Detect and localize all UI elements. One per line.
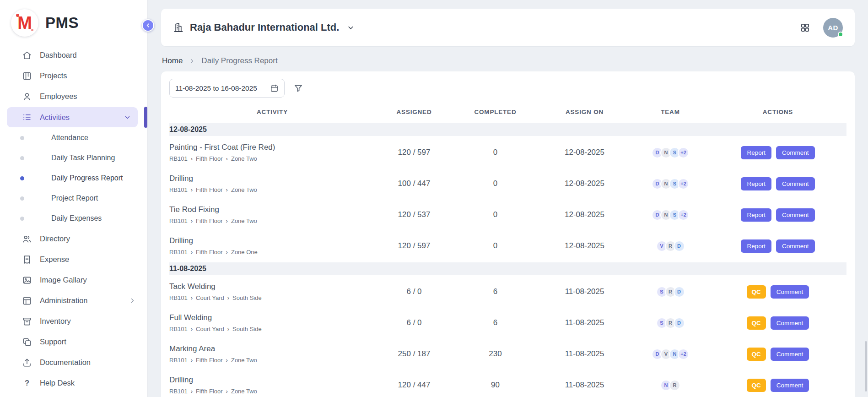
comment-button[interactable]: Comment	[771, 379, 809, 392]
table-row: Painting - First Coat (Fire Red)RB101›Fi…	[169, 137, 846, 168]
team-avatar: D	[674, 240, 685, 252]
qc-button[interactable]: QC	[747, 379, 766, 392]
report-button[interactable]: Report	[741, 208, 771, 222]
activity-name: Drilling	[169, 236, 375, 245]
sidebar-item-help-desk[interactable]: ?Help Desk	[0, 373, 147, 393]
qc-button[interactable]: QC	[747, 316, 766, 330]
scrollbar[interactable]	[865, 341, 867, 392]
location-segment: Zone Two	[231, 186, 257, 193]
sidebar-item-activities[interactable]: Activities	[7, 107, 138, 127]
sidebar-subitem-label: Attendance	[51, 134, 88, 142]
sidebar-item-administration[interactable]: Administration	[0, 290, 147, 311]
activity-name: Tie Rod Fixing	[169, 205, 375, 214]
directory-icon	[22, 234, 32, 244]
date-group-header: 12-08-2025	[169, 123, 846, 136]
chevron-right-icon: ›	[226, 156, 228, 162]
user-avatar[interactable]: AD	[823, 18, 843, 38]
report-button[interactable]: Report	[741, 146, 771, 159]
sidebar-nav: DashboardProjectsEmployeesActivitiesAtte…	[0, 44, 147, 397]
row-actions: QCComment	[709, 348, 846, 361]
comment-button[interactable]: Comment	[771, 285, 809, 299]
breadcrumb-home[interactable]: Home	[162, 56, 183, 65]
comment-button[interactable]: Comment	[776, 208, 815, 222]
location-segment: Fifth Floor	[196, 388, 223, 395]
qc-button[interactable]: QC	[747, 348, 766, 361]
row-actions: ReportComment	[709, 177, 846, 190]
sidebar-item-employees[interactable]: Employees	[0, 86, 147, 107]
row-actions: QCComment	[709, 316, 846, 330]
sidebar-item-dashboard[interactable]: Dashboard	[0, 45, 147, 65]
location-segment: South Side	[232, 326, 262, 332]
breadcrumb-current: Daily Progress Report	[201, 56, 277, 65]
apps-grid-icon[interactable]	[800, 22, 810, 33]
home-icon	[22, 50, 32, 60]
chevron-right-icon: ›	[226, 187, 228, 193]
sidebar-collapse-button[interactable]	[142, 19, 154, 32]
administration-icon	[22, 296, 32, 306]
activity-location: RB101›Fifth Floor›Zone One	[169, 249, 375, 256]
comment-button[interactable]: Comment	[776, 177, 815, 190]
date-range-picker[interactable]: 11-08-2025 to 16-08-2025	[169, 79, 285, 98]
column-header-team: TEAM	[631, 109, 709, 115]
sidebar-item-documentation[interactable]: Documentation	[0, 352, 147, 373]
completed-value: 0	[453, 148, 538, 157]
sidebar-subitem-project-report[interactable]: Project Report	[0, 188, 147, 208]
chevron-right-icon: ›	[191, 326, 193, 332]
comment-button[interactable]: Comment	[771, 348, 809, 361]
chevron-right-icon: ›	[191, 249, 193, 255]
team-avatar: D	[674, 317, 685, 329]
company-selector[interactable]: Raja Bahadur International Ltd.	[173, 22, 355, 33]
bullet-icon	[20, 196, 24, 201]
comment-button[interactable]: Comment	[771, 316, 809, 330]
activity-cell: Tie Rod FixingRB101›Fifth Floor›Zone Two	[169, 205, 375, 224]
team-avatar: R	[669, 380, 680, 391]
row-actions: ReportComment	[709, 146, 846, 159]
activity-location: RB101›Court Yard›South Side	[169, 294, 375, 301]
bullet-icon	[20, 136, 24, 140]
sidebar-item-support[interactable]: Support	[0, 332, 147, 352]
activity-location: RB101›Court Yard›South Side	[169, 326, 375, 332]
support-icon	[22, 337, 32, 347]
assigned-value: 120 / 597	[375, 148, 453, 157]
assign-on-value: 12-08-2025	[538, 210, 631, 219]
sidebar-item-label: Documentation	[40, 358, 91, 367]
app-name: PMS	[45, 14, 79, 32]
comment-button[interactable]: Comment	[776, 239, 815, 253]
chevron-right-icon: ›	[191, 295, 193, 301]
sidebar-item-expense[interactable]: Expense	[0, 249, 147, 270]
table-row: Full WeldingRB101›Court Yard›South Side6…	[169, 307, 846, 338]
qc-button[interactable]: QC	[747, 285, 766, 299]
expense-icon	[22, 255, 32, 265]
location-segment: Zone Two	[231, 357, 257, 364]
location-segment: RB101	[169, 326, 188, 332]
sidebar-subitem-daily-expenses[interactable]: Daily Expenses	[0, 208, 147, 228]
activity-name: Drilling	[169, 174, 375, 183]
sidebar-subitem-attendance[interactable]: Attendance	[0, 128, 147, 148]
sidebar-item-directory[interactable]: Directory	[0, 228, 147, 249]
sidebar-subitem-daily-task-planning[interactable]: Daily Task Planning	[0, 148, 147, 168]
activity-cell: DrillingRB101›Fifth Floor›Zone Two	[169, 375, 375, 395]
team-avatars: DNS+2	[631, 209, 709, 221]
sidebar-subitem-label: Daily Task Planning	[51, 154, 115, 162]
svg-text:?: ?	[25, 379, 29, 387]
assigned-value: 250 / 187	[375, 349, 453, 359]
logo-letter: M	[17, 14, 32, 32]
report-button[interactable]: Report	[741, 239, 771, 253]
location-segment: RB101	[169, 357, 188, 364]
sidebar-item-image-gallary[interactable]: Image Gallary	[0, 270, 147, 290]
sidebar-item-projects[interactable]: Projects	[0, 65, 147, 86]
report-button[interactable]: Report	[741, 177, 771, 190]
sidebar-item-label: Directory	[40, 234, 70, 243]
comment-button[interactable]: Comment	[776, 146, 815, 159]
filter-icon[interactable]	[293, 83, 303, 93]
activity-location: RB101›Fifth Floor›Zone Two	[169, 218, 375, 224]
location-segment: Zone Two	[231, 218, 257, 224]
chevron-right-icon: ›	[191, 388, 193, 394]
assigned-value: 120 / 537	[375, 210, 453, 219]
assign-on-value: 12-08-2025	[538, 179, 631, 188]
completed-value: 6	[453, 287, 538, 296]
sidebar-item-inventory[interactable]: Inventory	[0, 311, 147, 332]
assigned-value: 100 / 447	[375, 179, 453, 188]
row-actions: ReportComment	[709, 239, 846, 253]
sidebar-subitem-daily-progress-report[interactable]: Daily Progress Report	[0, 168, 147, 188]
